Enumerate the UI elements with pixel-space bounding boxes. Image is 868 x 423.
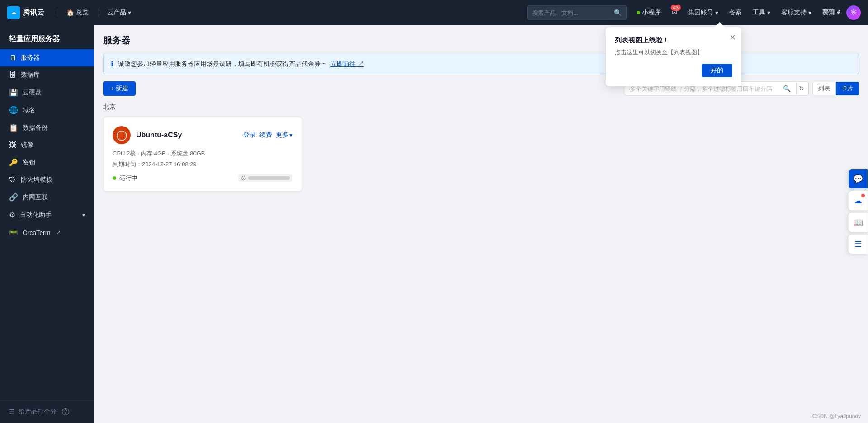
nav-group-account[interactable]: 集团账号 ▾ [684, 0, 723, 25]
top-nav: ☁ 腾讯云 🏠 总览 云产品 ▾ 🔍 小程序 ✉ 43 集团账号 ▾ 备案 工具 [0, 0, 868, 25]
sidebar-item-backup[interactable]: 📋 数据备份 [0, 119, 94, 136]
server-status: 运行中 公 [113, 174, 292, 182]
sidebar-item-server[interactable]: 🖥 服务器 [0, 49, 94, 66]
sidebar-item-label-orcaterm: OrcaTerm [23, 229, 50, 236]
sidebar-item-label-intranet: 内网互联 [23, 193, 48, 202]
banner-link[interactable]: 立即前往 ↗ [330, 60, 364, 68]
external-icon-banner: ↗ [358, 60, 364, 67]
side-float-buttons: 💬 ☁ 📖 ☰ [848, 169, 868, 254]
notification-dot [861, 194, 865, 197]
renew-action[interactable]: 续费 [259, 131, 272, 139]
avatar[interactable]: 宗 [846, 5, 861, 20]
image-icon: 🖼 [9, 141, 16, 149]
search-input[interactable] [532, 9, 614, 16]
ubuntu-icon: ◯ [116, 129, 127, 141]
orcaterm-icon: 📟 [9, 228, 18, 237]
sidebar-item-automation[interactable]: ⚙ 自动化助手 ▾ [0, 206, 94, 224]
nav-divider-2 [98, 8, 98, 17]
sidebar-item-image[interactable]: 🖼 镜像 [0, 136, 94, 154]
server-card-header: ◯ Ubuntu-aCSy 登录 续费 更多 ▾ [113, 126, 292, 144]
sidebar-footer-label: 给产品打个分 [19, 408, 57, 416]
sidebar: 轻量应用服务器 🖥 服务器 🗄 数据库 💾 云硬盘 🌐 域名 📋 数据备份 🖼 … [0, 25, 94, 423]
sidebar-item-key[interactable]: 🔑 密钥 [0, 154, 94, 171]
sidebar-item-database[interactable]: 🗄 数据库 [0, 66, 94, 84]
more-action[interactable]: 更多 ▾ [276, 131, 292, 139]
page-title: 服务器 [103, 34, 859, 47]
support-icon: 💬 [853, 174, 863, 184]
nav-divider [57, 8, 57, 17]
popup-list-view: 列表视图上线啦！ 点击这里可以切换至【列表视图】 好的 ✕ [606, 27, 741, 86]
logo-icon: ☁ [7, 6, 20, 19]
chevron-down-icon-more: ▾ [289, 132, 292, 139]
nav-cloud-products[interactable]: 云产品 ▾ [102, 0, 137, 25]
firewall-icon: 🛡 [9, 176, 16, 184]
popup-footer: 好的 [615, 64, 732, 77]
login-action[interactable]: 登录 [243, 131, 256, 139]
float-support-button[interactable]: 💬 [848, 169, 868, 189]
server-name: Ubuntu-aCSy [136, 131, 238, 139]
sidebar-item-orcaterm[interactable]: 📟 OrcaTerm ↗ [0, 224, 94, 241]
message-badge: 43 [671, 5, 681, 11]
nav-tools[interactable]: 工具 ▾ [748, 0, 775, 25]
server-expiry: 到期时间：2024-12-27 16:08:29 [113, 160, 292, 169]
sidebar-footer-rating[interactable]: ☰ 给产品打个分 ? [0, 400, 94, 423]
sidebar-title: 轻量应用服务器 [0, 25, 94, 49]
intranet-icon: 🔗 [9, 193, 18, 202]
sidebar-item-label-image: 镜像 [21, 141, 33, 149]
card-view-button[interactable]: 卡片 [836, 82, 859, 95]
popup-ok-button[interactable]: 好的 [702, 64, 732, 77]
server-card: ◯ Ubuntu-aCSy 登录 续费 更多 ▾ CPU 2核 · 内存 4GB… [103, 117, 302, 192]
ubuntu-logo: ◯ [113, 126, 131, 144]
external-link-icon-sidebar: ↗ [57, 230, 61, 235]
float-docs-button[interactable]: 📖 [848, 212, 868, 232]
cloud-icon: ☁ [854, 196, 862, 206]
list-icon: ☰ [854, 239, 862, 249]
float-cloud-button[interactable]: ☁ [848, 191, 868, 211]
filter-search-button[interactable]: 🔍 [783, 85, 791, 92]
key-icon: 🔑 [9, 158, 18, 167]
status-text: 运行中 [120, 174, 137, 182]
chevron-down-icon: ▾ [128, 9, 131, 16]
popup-title: 列表视图上线啦！ [615, 36, 732, 45]
sidebar-item-intranet[interactable]: 🔗 内网互联 [0, 188, 94, 206]
new-server-button[interactable]: + 新建 [103, 81, 136, 96]
banner-text: 诚邀您参加轻量应用服务器应用场景调研，填写即有机会获得产品代金券 ~ [118, 60, 326, 68]
sidebar-item-label-firewall: 防火墙模板 [21, 176, 52, 184]
sidebar-item-label-disk: 云硬盘 [23, 89, 42, 97]
nav-miniapp[interactable]: 小程序 [632, 0, 665, 25]
domain-icon: 🌐 [9, 106, 18, 114]
sidebar-item-label-automation: 自动化助手 [20, 211, 52, 219]
server-actions: 登录 续费 更多 ▾ [243, 131, 292, 139]
sidebar-item-domain[interactable]: 🌐 域名 [0, 101, 94, 119]
popup-close-button[interactable]: ✕ [729, 33, 736, 42]
sidebar-item-label-key: 密钥 [23, 159, 35, 167]
list-view-button[interactable]: 列表 [812, 82, 836, 95]
nav-message[interactable]: ✉ 43 [667, 0, 682, 25]
database-icon: 🗄 [9, 71, 16, 79]
backup-icon: 📋 [9, 123, 18, 132]
float-menu-button[interactable]: ☰ [848, 234, 868, 254]
footer-note: CSDN @LyaJpunov [812, 413, 861, 419]
ip-blur [248, 176, 290, 180]
sidebar-item-disk[interactable]: 💾 云硬盘 [0, 84, 94, 101]
info-banner: ℹ 诚邀您参加轻量应用服务器应用场景调研，填写即有机会获得产品代金券 ~ 立即前… [103, 54, 859, 74]
miniapp-dot [637, 11, 640, 14]
nav-support[interactable]: 客服支持 ▾ [777, 0, 816, 25]
home-icon: 🏠 [66, 9, 74, 16]
toolbar: + 新建 🔍 ↻ 列表 卡片 [103, 81, 859, 96]
server-specs: CPU 2核 · 内存 4GB · 系统盘 80GB [113, 150, 292, 158]
nav-home[interactable]: 🏠 总览 [61, 0, 94, 25]
logo-text: 腾讯云 [23, 8, 44, 18]
chevron-down-icon-4: ▾ [808, 9, 811, 16]
region-label: 北京 [103, 103, 859, 111]
sidebar-item-firewall[interactable]: 🛡 防火墙模板 [0, 171, 94, 188]
chevron-down-icon-3: ▾ [767, 9, 770, 16]
ip-masked: 公 [238, 174, 292, 182]
logo[interactable]: ☁ 腾讯云 [7, 6, 44, 19]
book-icon: 📖 [853, 217, 863, 227]
nav-backup[interactable]: 备案 [725, 0, 746, 25]
main-content: 服务器 ℹ 诚邀您参加轻量应用服务器应用场景调研，填写即有机会获得产品代金券 ~… [94, 25, 868, 423]
doc-link[interactable]: 文档 ↗ [822, 7, 841, 15]
search-box: 🔍 [527, 5, 627, 20]
plus-icon: + [110, 85, 114, 92]
